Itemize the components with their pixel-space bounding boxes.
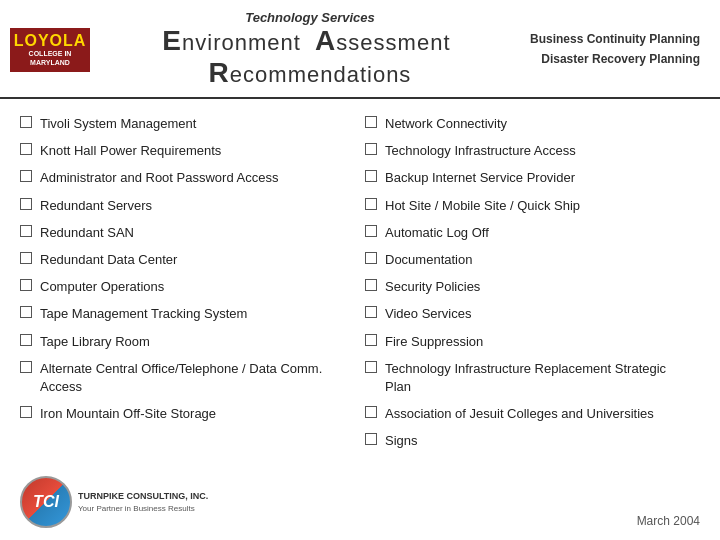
item-text: Security Policies <box>385 278 690 296</box>
item-text: Redundant Data Center <box>40 251 345 269</box>
item-text: Association of Jesuit Colleges and Unive… <box>385 405 690 423</box>
item-text: Signs <box>385 432 690 450</box>
item-text: Knott Hall Power Requirements <box>40 142 345 160</box>
checkbox-icon <box>20 334 32 346</box>
header-right-line1: Business Continuity Planning <box>530 30 700 49</box>
checkbox-icon <box>20 225 32 237</box>
checkbox-icon <box>365 306 377 318</box>
item-text: Tape Library Room <box>40 333 345 351</box>
item-text: Redundant Servers <box>40 197 345 215</box>
item-text: Video Services <box>385 305 690 323</box>
list-item: Tivoli System Management <box>20 115 345 133</box>
list-item: Network Connectivity <box>365 115 690 133</box>
item-text: Technology Infrastructure Replacement St… <box>385 360 690 396</box>
list-item: Administrator and Root Password Access <box>20 169 345 187</box>
checkbox-icon <box>20 406 32 418</box>
item-text: Network Connectivity <box>385 115 690 133</box>
list-item: Hot Site / Mobile Site / Quick Ship <box>365 197 690 215</box>
tci-logo-circle: TCI <box>20 476 72 528</box>
main-content: Tivoli System ManagementKnott Hall Power… <box>0 99 720 469</box>
item-text: Automatic Log Off <box>385 224 690 242</box>
checkbox-icon <box>365 225 377 237</box>
checkbox-icon <box>365 334 377 346</box>
item-text: Administrator and Root Password Access <box>40 169 345 187</box>
list-item: Documentation <box>365 251 690 269</box>
list-item: Iron Mountain Off-Site Storage <box>20 405 345 423</box>
checkbox-icon <box>20 198 32 210</box>
item-text: Hot Site / Mobile Site / Quick Ship <box>385 197 690 215</box>
checkbox-icon <box>20 143 32 155</box>
list-item: Association of Jesuit Colleges and Unive… <box>365 405 690 423</box>
checkbox-icon <box>20 279 32 291</box>
list-item: Automatic Log Off <box>365 224 690 242</box>
list-item: Redundant Data Center <box>20 251 345 269</box>
left-column: Tivoli System ManagementKnott Hall Power… <box>20 115 355 459</box>
right-column: Network ConnectivityTechnology Infrastru… <box>355 115 700 459</box>
page-footer: TCI TURNPIKE CONSULTING, INC. Your Partn… <box>0 476 720 528</box>
checkbox-icon <box>365 170 377 182</box>
checkbox-icon <box>365 279 377 291</box>
logo-subtitle: COLLEGE IN MARYLAND <box>12 50 88 67</box>
header-title-top: Technology Services <box>110 10 510 25</box>
tci-company-sub: Your Partner in Business Results <box>78 503 208 514</box>
checkbox-icon <box>20 361 32 373</box>
list-item: Alternate Central Office/Telephone / Dat… <box>20 360 345 396</box>
list-item: Security Policies <box>365 278 690 296</box>
checkbox-icon <box>365 252 377 264</box>
item-text: Tape Management Tracking System <box>40 305 345 323</box>
checkbox-icon <box>20 116 32 128</box>
footer-logo-area: TCI TURNPIKE CONSULTING, INC. Your Partn… <box>20 476 208 528</box>
tci-logo-text: TCI <box>33 493 59 511</box>
tci-company-name: TURNPIKE CONSULTING, INC. <box>78 490 208 503</box>
item-text: Iron Mountain Off-Site Storage <box>40 405 345 423</box>
letter-e: E <box>162 25 182 56</box>
checkbox-icon <box>365 143 377 155</box>
list-item: Tape Management Tracking System <box>20 305 345 323</box>
logo-name: LOYOLA <box>14 32 87 50</box>
page-header: LOYOLA COLLEGE IN MARYLAND Technology Se… <box>0 0 720 99</box>
checkbox-icon <box>20 306 32 318</box>
tci-info: TURNPIKE CONSULTING, INC. Your Partner i… <box>78 490 208 514</box>
header-title-bottom: Environment Assessment Recommendations <box>110 25 510 89</box>
list-item: Technology Infrastructure Access <box>365 142 690 160</box>
checkbox-icon <box>365 361 377 373</box>
checkbox-icon <box>365 116 377 128</box>
item-text: Redundant SAN <box>40 224 345 242</box>
checkbox-icon <box>365 406 377 418</box>
item-text: Alternate Central Office/Telephone / Dat… <box>40 360 345 396</box>
checkbox-icon <box>20 170 32 182</box>
item-text: Documentation <box>385 251 690 269</box>
header-center: Technology Services Environment Assessme… <box>90 10 530 89</box>
letter-a: A <box>315 25 336 56</box>
item-text: Fire Suppression <box>385 333 690 351</box>
item-text: Computer Operations <box>40 278 345 296</box>
list-item: Computer Operations <box>20 278 345 296</box>
checkbox-icon <box>365 198 377 210</box>
loyola-logo: LOYOLA COLLEGE IN MARYLAND <box>10 28 90 72</box>
list-item: Redundant SAN <box>20 224 345 242</box>
header-right: Business Continuity Planning Disaster Re… <box>530 30 700 68</box>
list-item: Video Services <box>365 305 690 323</box>
footer-date: March 2004 <box>637 514 700 528</box>
header-right-line2: Disaster Recovery Planning <box>530 50 700 69</box>
item-text: Tivoli System Management <box>40 115 345 133</box>
list-item: Backup Internet Service Provider <box>365 169 690 187</box>
logo-area: LOYOLA COLLEGE IN MARYLAND <box>10 28 90 72</box>
checkbox-icon <box>365 433 377 445</box>
list-item: Technology Infrastructure Replacement St… <box>365 360 690 396</box>
item-text: Backup Internet Service Provider <box>385 169 690 187</box>
letter-r: R <box>209 57 230 88</box>
item-text: Technology Infrastructure Access <box>385 142 690 160</box>
list-item: Redundant Servers <box>20 197 345 215</box>
list-item: Signs <box>365 432 690 450</box>
list-item: Knott Hall Power Requirements <box>20 142 345 160</box>
list-item: Fire Suppression <box>365 333 690 351</box>
list-item: Tape Library Room <box>20 333 345 351</box>
checkbox-icon <box>20 252 32 264</box>
